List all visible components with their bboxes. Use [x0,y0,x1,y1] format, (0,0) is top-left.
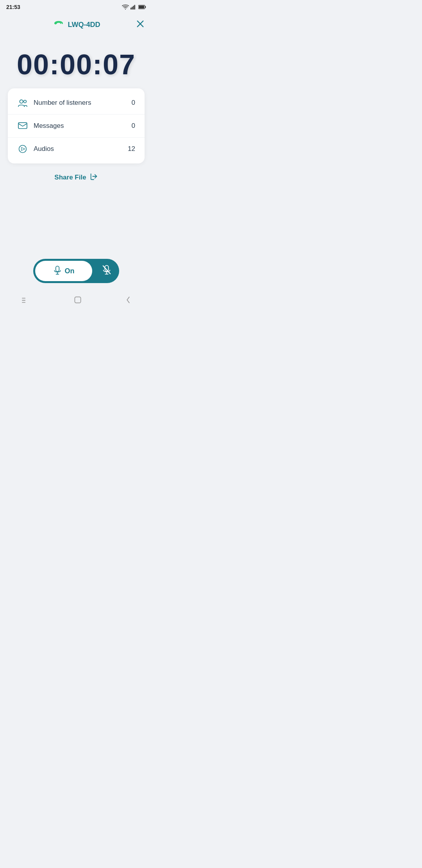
messages-icon [17,122,28,130]
signal-icon [131,4,137,10]
nav-bar [0,291,152,313]
mic-on-state[interactable]: On [35,261,92,281]
nav-back-icon[interactable] [125,296,131,307]
svg-rect-6 [145,6,146,8]
messages-row: Messages 0 [8,115,145,138]
messages-label: Messages [34,122,132,130]
svg-rect-1 [131,8,131,10]
audios-icon [17,145,28,153]
wifi-icon [122,4,129,10]
content-spacer [0,191,152,259]
svg-rect-3 [133,6,134,10]
mic-off-state[interactable] [94,259,119,283]
svg-rect-16 [55,266,59,271]
messages-value: 0 [132,122,135,130]
status-time: 21:53 [6,4,20,10]
mic-off-icon [102,265,111,277]
svg-marker-15 [21,147,25,151]
app-header: LWQ-4DD [0,13,152,37]
timer-display: 00:00:07 [17,48,136,81]
stats-card: Number of listeners 0 Messages 0 Audios … [8,88,145,163]
svg-rect-2 [132,7,132,9]
status-icons [122,4,146,10]
listeners-icon [17,99,28,107]
share-label: Share File [54,174,86,181]
status-bar: 21:53 [0,0,152,13]
app-logo-icon [52,17,65,32]
header-logo-title: LWQ-4DD [52,17,100,32]
audios-label: Audios [34,145,128,153]
svg-rect-26 [75,297,80,303]
listeners-row: Number of listeners 0 [8,91,145,115]
svg-point-11 [20,100,23,103]
share-section[interactable]: Share File [0,163,152,191]
svg-rect-13 [18,123,27,129]
share-icon [89,172,98,183]
audios-value: 12 [128,145,135,153]
nav-home-icon[interactable] [73,296,82,307]
svg-rect-4 [134,5,135,9]
nav-menu-icon[interactable] [21,296,30,306]
app-title: LWQ-4DD [68,21,100,29]
svg-rect-7 [139,6,144,9]
mic-on-label: On [65,267,75,275]
svg-point-12 [24,100,27,103]
close-button[interactable] [136,20,145,30]
listeners-label: Number of listeners [34,99,132,107]
mic-toggle[interactable]: On [33,259,119,283]
listeners-value: 0 [132,99,135,107]
timer-section: 00:00:07 [0,37,152,88]
battery-icon [138,5,146,9]
audios-row: Audios 12 [8,138,145,160]
mic-toggle-container: On [0,259,152,291]
svg-point-0 [125,9,126,9]
mic-on-icon [53,265,62,277]
